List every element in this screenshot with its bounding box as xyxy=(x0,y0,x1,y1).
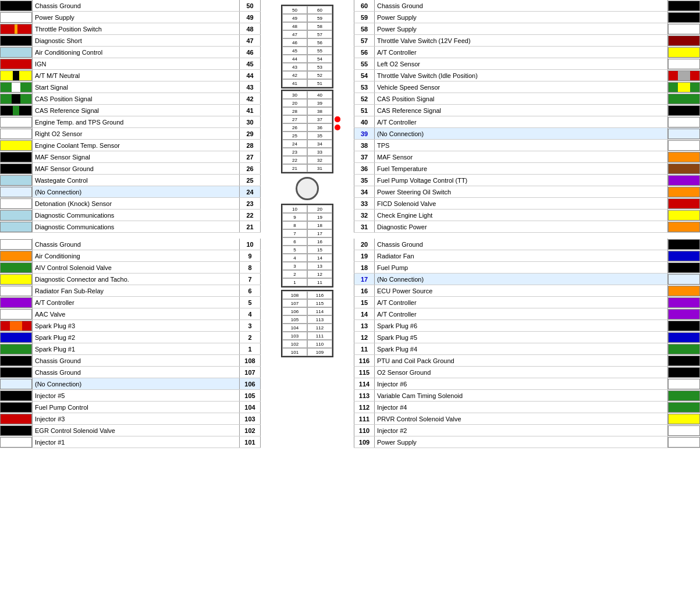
connector-pin-cell: 106 xyxy=(282,307,307,315)
connector-pin-cell: 37 xyxy=(307,115,332,123)
connector-pin-cell: 51 xyxy=(307,79,332,87)
pin-number: 52 xyxy=(354,93,375,104)
pin-number: 1 xyxy=(240,343,261,354)
connector-pin-cell: 109 xyxy=(307,348,332,356)
connector-pin-cell: 9 xyxy=(282,213,307,221)
pin-label: Power Supply xyxy=(375,12,668,23)
connector-pin-cell: 57 xyxy=(307,30,332,38)
connector-pin-cell: 112 xyxy=(307,324,332,332)
pin-number: 56 xyxy=(354,47,375,58)
pin-label: ECU Power Source xyxy=(375,285,668,296)
connector-pin-cell: 59 xyxy=(307,14,332,22)
pin-number: 39 xyxy=(354,128,375,139)
color-swatch xyxy=(0,198,32,209)
pin-label: Diagnostic Short xyxy=(32,35,240,46)
connector-pin-cell: 36 xyxy=(307,123,332,132)
color-swatch xyxy=(668,152,700,162)
connector-pin-cell: 56 xyxy=(307,38,332,47)
connector-pin-cell: 19 xyxy=(307,213,332,221)
connector-pin-cell: 12 xyxy=(307,270,332,278)
color-swatch xyxy=(0,47,32,58)
pin-label: MAF Sensor Signal xyxy=(32,151,240,162)
pin-label: Air Conditioning Control xyxy=(32,47,240,58)
table-row: 11Spark Plug #4 xyxy=(354,343,700,355)
table-row: 54Throttle Valve Switch (Idle Position) xyxy=(354,70,700,81)
pin-label: Vehicle Speed Sensor xyxy=(375,81,668,93)
table-row: MAF Sensor Signal27 xyxy=(0,151,261,163)
connector-pin-cell: 17 xyxy=(307,229,332,237)
pin-number: 112 xyxy=(354,402,375,413)
table-row: Radiator Fan Sub-Relay6 xyxy=(0,285,261,297)
color-swatch xyxy=(668,198,700,209)
color-swatch xyxy=(668,390,700,401)
color-swatch xyxy=(0,297,32,308)
pin-label: Right O2 Sensor xyxy=(32,128,240,139)
color-swatch xyxy=(0,94,32,104)
connector-pin-cell: 38 xyxy=(307,107,332,115)
color-swatch xyxy=(0,82,32,93)
pin-label: Fuel Pump Control xyxy=(32,402,240,413)
table-row: 114Injector #6 xyxy=(354,378,700,390)
pin-number: 30 xyxy=(240,116,261,127)
pin-number: 18 xyxy=(354,262,375,273)
pin-label: Power Supply xyxy=(375,436,668,448)
pin-label: Throttle Valve Switch (Idle Position) xyxy=(375,70,668,81)
table-row: 53Vehicle Speed Sensor xyxy=(354,81,700,93)
table-row: Chassis Ground107 xyxy=(0,367,261,378)
pin-number: 108 xyxy=(240,355,261,366)
pin-number: 110 xyxy=(354,425,375,436)
pin-number: 102 xyxy=(240,425,261,436)
table-row: 19Radiator Fan xyxy=(354,250,700,262)
pin-number: 31 xyxy=(354,221,375,232)
pin-number: 44 xyxy=(240,70,261,81)
connector-pin-cell: 32 xyxy=(307,156,332,164)
connector-pin-cell: 43 xyxy=(282,63,307,71)
color-swatch xyxy=(668,1,700,11)
pin-number: 12 xyxy=(354,332,375,343)
connector-pin-cell: 40 xyxy=(307,91,332,99)
pin-number: 42 xyxy=(240,93,261,104)
pin-number: 50 xyxy=(240,0,261,11)
pin-label: AAC Valve xyxy=(32,308,240,319)
pin-label: Injector #1 xyxy=(32,436,240,448)
color-swatch xyxy=(668,379,700,389)
color-swatch xyxy=(0,105,32,116)
color-swatch xyxy=(0,117,32,127)
pin-label: Spark Plug #5 xyxy=(375,332,668,343)
connector-pin-cell: 23 xyxy=(282,148,307,156)
connector-pin-cell: 26 xyxy=(282,123,307,132)
pin-label: Chassis Ground xyxy=(32,367,240,378)
pin-number: 20 xyxy=(354,239,375,250)
table-row: 13Spark Plug #6 xyxy=(354,320,700,332)
connector-pin-cell: 50 xyxy=(282,6,307,14)
pin-number: 29 xyxy=(240,128,261,139)
color-swatch xyxy=(668,94,700,104)
table-row: 57Throttle Valve Switch (12V Feed) xyxy=(354,35,700,47)
pin-label: Detonation (Knock) Sensor xyxy=(32,198,240,209)
connector-pin-cell: 20 xyxy=(282,99,307,107)
color-swatch xyxy=(668,210,700,221)
table-row: 12Spark Plug #5 xyxy=(354,332,700,343)
pin-label: Fuel Pump Voltage Control (TT) xyxy=(375,175,668,186)
table-row: EGR Control Solenoid Valve102 xyxy=(0,425,261,436)
color-swatch xyxy=(0,367,32,378)
table-row: 14A/T Controller xyxy=(354,308,700,320)
pin-number: 59 xyxy=(354,12,375,23)
pin-number: 109 xyxy=(354,436,375,448)
pin-label: MAF Sensor Ground xyxy=(32,163,240,174)
color-swatch xyxy=(668,12,700,23)
pin-number: 115 xyxy=(354,367,375,378)
connector-pin-cell: 114 xyxy=(307,307,332,315)
pin-label: Left O2 Sensor xyxy=(375,58,668,69)
pin-label: Chassis Ground xyxy=(32,0,240,11)
pin-label: Spark Plug #3 xyxy=(32,320,240,331)
pin-label: TPS xyxy=(375,140,668,151)
color-swatch xyxy=(0,344,32,354)
table-row: 60Chassis Ground xyxy=(354,0,700,12)
pin-label: Chassis Ground xyxy=(375,239,668,250)
pin-label: Check Engine Light xyxy=(375,209,668,221)
connector-pin-cell: 39 xyxy=(307,99,332,107)
color-swatch xyxy=(668,187,700,197)
color-swatch xyxy=(668,82,700,93)
color-swatch xyxy=(668,402,700,413)
